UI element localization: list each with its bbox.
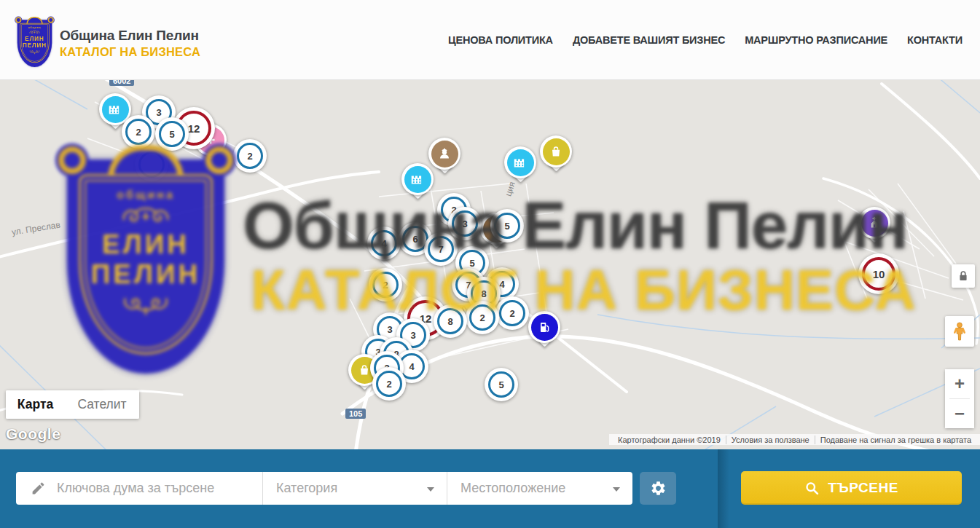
cluster-marker[interactable]: 8 (434, 304, 467, 338)
cluster-count: 2 (237, 143, 263, 169)
settings-button[interactable] (640, 472, 676, 505)
nav-item[interactable]: ЦЕНОВА ПОЛИТИКА (448, 34, 553, 46)
crest-flourish-icon (29, 50, 40, 55)
keyword-input[interactable] (55, 480, 262, 497)
cluster-marker[interactable]: 2 (122, 115, 155, 149)
cluster-marker[interactable]: 2 (495, 296, 529, 330)
pegman-button[interactable] (945, 316, 974, 347)
cluster-marker[interactable]: 4 (367, 226, 401, 260)
cluster-count: 5 (494, 213, 520, 239)
cluster-count (138, 151, 165, 178)
worker-icon (431, 141, 458, 168)
cluster-marker[interactable]: 2 (372, 367, 406, 401)
brand-title: Община Елин Пелин (60, 28, 200, 44)
cluster-count: 2 (469, 304, 495, 331)
lock-button[interactable] (952, 264, 975, 288)
cluster-count: 7 (428, 236, 454, 262)
attribution-link[interactable]: Подаване на сигнал за грешка в картата (815, 436, 976, 444)
lock-icon (955, 268, 971, 284)
cluster-marker[interactable]: 2 (369, 268, 402, 302)
brand[interactable]: община ЕЛИН ПЕЛИН Община Елин Пелин КАТА… (16, 19, 200, 67)
crest-name-line2: ПЕЛИН (23, 42, 47, 49)
pin-marker-church[interactable] (858, 207, 890, 239)
cluster-count: 5 (159, 121, 185, 147)
map-type-control: Карта Сателит (6, 390, 139, 419)
cluster-marker[interactable]: 2 (466, 301, 499, 334)
crest-flourish-icon (28, 30, 41, 35)
cluster-count: 3 (452, 210, 478, 237)
cluster-count: 8 (437, 308, 463, 334)
search-button-label: ТЪРСЕНЕ (828, 480, 898, 496)
cluster-count: 2 (376, 371, 402, 397)
category-select[interactable]: Категория (262, 472, 447, 505)
cluster-count: 4 (371, 230, 397, 256)
factory-icon (404, 166, 431, 193)
brand-subtitle: КАТАЛОГ НА БИЗНЕСА (60, 45, 200, 59)
cluster-marker[interactable]: 7 (424, 232, 458, 266)
page: община ЕЛИН ПЕЛИН Община Елин Пелин КАТА… (0, 0, 980, 528)
factory-icon (102, 96, 129, 123)
brand-crest-logo: община ЕЛИН ПЕЛИН (16, 19, 53, 67)
church-icon (861, 210, 888, 237)
zoom-in-button[interactable]: + (945, 369, 974, 398)
cluster-count: 2 (499, 300, 525, 326)
chevron-down-icon (427, 487, 434, 492)
cluster-count: 5 (488, 371, 514, 398)
panel-divider (718, 449, 729, 528)
search-bar: Категория Местоположение ТЪРСЕНЕ (0, 449, 980, 528)
location-placeholder: Местоположение (460, 481, 565, 496)
pin-marker-bag[interactable] (540, 135, 572, 168)
location-select[interactable]: Местоположение (447, 472, 632, 505)
keyword-field (16, 472, 262, 505)
cluster-marker[interactable]: 5 (490, 209, 524, 243)
map-attribution: Картографски данни ©2019Условия за ползв… (609, 434, 980, 445)
magnifier-icon (804, 481, 820, 496)
nav-item[interactable]: КОНТАКТИ (907, 34, 963, 46)
cluster-marker[interactable]: 3 (448, 207, 482, 240)
cluster-marker[interactable]: 5 (155, 117, 189, 151)
zoom-control: + − (945, 369, 974, 428)
pin-marker-fuel[interactable] (528, 311, 560, 343)
cluster-count: 2 (125, 119, 152, 145)
zoom-out-button[interactable]: − (945, 399, 974, 428)
pencil-icon (31, 481, 46, 496)
chevron-down-icon (613, 487, 620, 492)
search-fields: Категория Местоположение (16, 472, 632, 505)
cluster-count: 2 (372, 272, 399, 298)
crest-town-label: община (28, 26, 42, 29)
cluster-count: 10 (862, 257, 895, 291)
main-nav: ЦЕНОВА ПОЛИТИКАДОБАВЕТЕ ВАШИЯТ БИЗНЕСМАР… (448, 0, 963, 80)
nav-item[interactable]: ДОБАВЕТЕ ВАШИЯТ БИЗНЕС (573, 34, 725, 46)
gear-icon (650, 480, 667, 497)
pegman-icon (950, 320, 969, 342)
factory-icon (507, 149, 534, 176)
search-button[interactable]: ТЪРСЕНЕ (741, 471, 962, 505)
map-type-satellite-button[interactable]: Сателит (65, 390, 139, 419)
header: община ЕЛИН ПЕЛИН Община Елин Пелин КАТА… (0, 0, 980, 80)
map-type-map-button[interactable]: Карта (6, 390, 65, 419)
cluster-marker[interactable]: 5 (485, 368, 518, 401)
category-placeholder: Категория (276, 481, 337, 496)
cluster-marker[interactable]: 10 (858, 253, 899, 294)
map-canvas[interactable]: 6002ул. Преславциябул. „Новосел105 32125… (0, 80, 980, 449)
cluster-marker[interactable] (135, 148, 168, 181)
bag-icon (543, 138, 570, 165)
cluster-marker[interactable]: 2 (233, 139, 267, 173)
crest-name-line1: ЕЛИН (25, 35, 44, 42)
google-logo[interactable]: Google (6, 425, 60, 443)
attribution-link[interactable]: Условия за ползване (726, 436, 815, 444)
pin-marker-factory[interactable] (401, 163, 434, 195)
pin-marker-factory[interactable] (504, 146, 536, 178)
fuel-icon (531, 314, 558, 341)
attribution-text: Картографски данни ©2019 (613, 436, 726, 444)
nav-item[interactable]: МАРШРУТНО РАЗПИСАНИЕ (745, 34, 887, 46)
